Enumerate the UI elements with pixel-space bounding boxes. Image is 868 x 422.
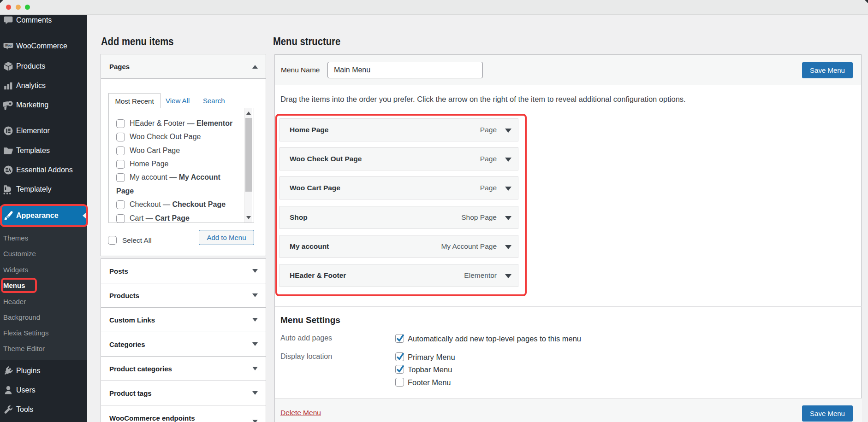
svg-text:Woo: Woo xyxy=(5,44,12,47)
